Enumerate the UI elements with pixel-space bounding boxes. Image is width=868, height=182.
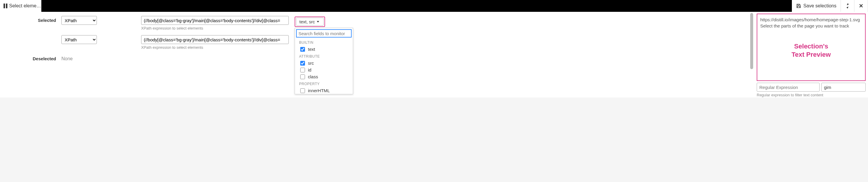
- close-icon: ✕: [859, 3, 863, 9]
- field-label-innerhtml: innerHTML: [308, 88, 330, 93]
- field-label-id: id: [308, 67, 311, 72]
- deselected-none: None: [61, 54, 73, 61]
- tab-select-elements[interactable]: Select eleme…: [0, 0, 41, 12]
- selector-type-2[interactable]: XPath: [61, 35, 97, 44]
- field-checkbox-text[interactable]: [300, 47, 305, 52]
- fields-dropdown: BUILTIN text ATTRIBUTE src id: [294, 28, 353, 94]
- field-label-class: class: [308, 74, 318, 79]
- selected-row-1: Selected XPath XPath expression to selec…: [0, 16, 750, 34]
- text-preview-box: https://distill.io/images/home/homepage-…: [757, 13, 866, 81]
- xpath-input-1[interactable]: [141, 16, 289, 25]
- selector-type-1[interactable]: XPath: [61, 16, 97, 25]
- save-icon: [796, 4, 801, 8]
- expr-block-1: XPath expression to select elements: [141, 16, 289, 34]
- preview-line-2: Select the parts of the page you want to…: [760, 23, 862, 29]
- save-selections-button[interactable]: Save selections: [792, 0, 841, 12]
- right-panel: https://distill.io/images/home/homepage-…: [754, 12, 868, 97]
- regex-row: [757, 83, 866, 92]
- deselected-row: Deselected None: [0, 54, 750, 61]
- group-attribute: ATTRIBUTE: [295, 53, 353, 60]
- regex-flags-input[interactable]: [822, 83, 866, 92]
- expr-block-2: XPath expression to select elements: [141, 35, 289, 53]
- selected-row-2: XPath XPath expression to select element…: [0, 35, 750, 53]
- field-item-id[interactable]: id: [295, 66, 353, 73]
- scrollbar[interactable]: [750, 13, 753, 69]
- topbar-spacer: [41, 0, 792, 12]
- field-item-src[interactable]: src: [295, 60, 353, 66]
- fields-summary: text, src: [299, 19, 315, 24]
- deselected-label: Deselected: [30, 54, 56, 61]
- regex-input[interactable]: [757, 83, 819, 92]
- topbar: Select eleme… Save selections ✕: [0, 0, 868, 12]
- xpath-input-2[interactable]: [141, 35, 289, 44]
- collapse-icon: [845, 3, 850, 8]
- save-label: Save selections: [803, 3, 836, 8]
- close-button[interactable]: ✕: [855, 0, 868, 12]
- xpath-helper-2: XPath expression to select elements: [141, 45, 289, 50]
- group-property: PROPERTY: [295, 80, 353, 87]
- field-item-text[interactable]: text: [295, 46, 353, 53]
- field-item-class[interactable]: class: [295, 73, 353, 80]
- field-checkbox-id[interactable]: [300, 68, 305, 72]
- chevron-down-icon: [317, 21, 319, 23]
- field-checkbox-class[interactable]: [300, 74, 305, 79]
- regex-helper: Regular expression to filter text conten…: [757, 93, 866, 97]
- field-label-text: text: [308, 47, 315, 52]
- fields-dropdown-toggle[interactable]: text, src: [296, 18, 323, 26]
- collapse-button[interactable]: [841, 0, 855, 12]
- left-panel: Selected XPath XPath expression to selec…: [0, 12, 750, 63]
- fields-pill-highlight: text, src: [294, 17, 325, 27]
- fields-area: text, src BUILTIN text ATTRIBUTE src: [294, 16, 325, 27]
- pause-icon: [4, 4, 7, 8]
- topbar-actions: Save selections ✕: [792, 0, 868, 12]
- field-checkbox-innerhtml[interactable]: [300, 88, 305, 93]
- field-checkbox-src[interactable]: [300, 61, 305, 66]
- preview-line-1: https://distill.io/images/home/homepage-…: [760, 17, 862, 23]
- field-item-innerhtml[interactable]: innerHTML: [295, 87, 353, 94]
- selected-label: Selected: [30, 16, 56, 23]
- xpath-helper-1: XPath expression to select elements: [141, 26, 289, 30]
- main-layout: Selected XPath XPath expression to selec…: [0, 12, 868, 97]
- field-label-src: src: [308, 61, 314, 66]
- fields-search-input[interactable]: [296, 29, 352, 37]
- preview-badge: Selection's Text Preview: [757, 42, 865, 59]
- tab-label: Select eleme…: [9, 3, 41, 8]
- group-builtin: BUILTIN: [295, 39, 353, 46]
